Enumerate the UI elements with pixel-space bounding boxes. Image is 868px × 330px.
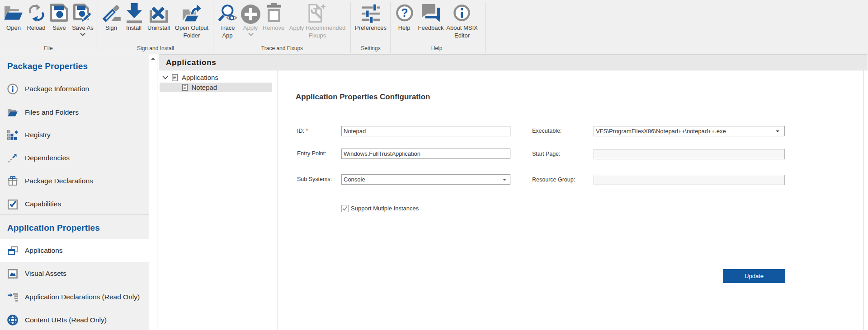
svg-text:?: ?	[401, 6, 408, 19]
